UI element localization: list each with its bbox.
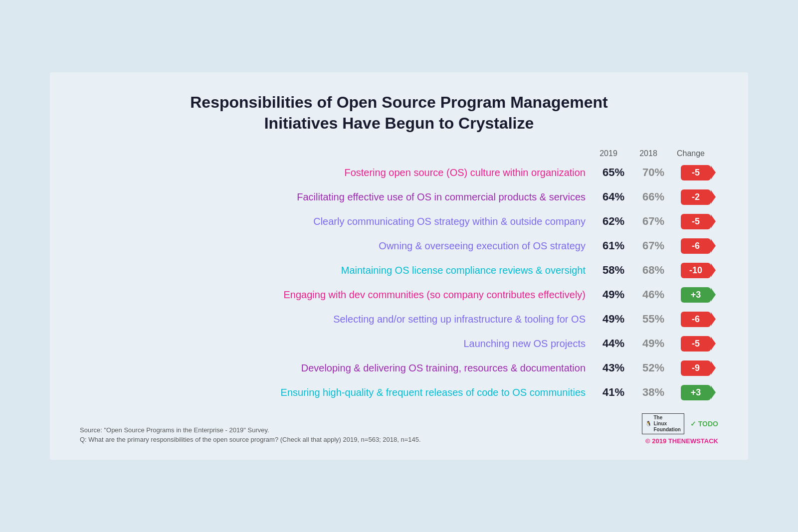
val-2018: 38% xyxy=(633,386,673,399)
val-2019: 61% xyxy=(594,239,633,252)
row-label: Maintaining OS license compliance review… xyxy=(80,264,594,277)
val-2018: 67% xyxy=(633,215,673,228)
change-badge: +3 xyxy=(673,385,718,400)
val-2019: 41% xyxy=(594,386,633,399)
change-badge: -5 xyxy=(673,336,718,352)
header-2018: 2018 xyxy=(628,149,668,158)
val-2019: 44% xyxy=(594,337,633,350)
val-2018: 55% xyxy=(633,313,673,326)
row-label: Facilitating effective use of OS in comm… xyxy=(80,190,594,203)
change-badge: -5 xyxy=(673,214,718,229)
val-2018: 49% xyxy=(633,337,673,350)
todo-logo: ✓ TODO xyxy=(690,420,718,428)
change-badge: -5 xyxy=(673,165,718,180)
row-label: Engaging with dev communities (so compan… xyxy=(80,288,594,301)
table-row: Developing & delivering OS training, res… xyxy=(80,357,718,379)
val-2018: 70% xyxy=(633,166,673,179)
table-row: Launching new OS projects 44% 49% -5 xyxy=(80,333,718,355)
change-badge: -6 xyxy=(673,312,718,327)
table-row: Engaging with dev communities (so compan… xyxy=(80,284,718,306)
table-row: Ensuring high-quality & frequent release… xyxy=(80,382,718,403)
source-text: Source: "Open Source Programs in the Ent… xyxy=(80,425,421,445)
logo-row: 🐧 TheLinuxFoundation ✓ TODO xyxy=(642,413,718,434)
row-label: Launching new OS projects xyxy=(80,337,594,350)
change-badge: +3 xyxy=(673,287,718,303)
val-2019: 43% xyxy=(594,361,633,374)
badge-value: -10 xyxy=(681,263,711,278)
change-badge: -10 xyxy=(673,263,718,278)
val-2018: 68% xyxy=(633,264,673,277)
val-2019: 62% xyxy=(594,215,633,228)
val-2018: 46% xyxy=(633,288,673,301)
badge-value: -9 xyxy=(681,360,711,376)
change-badge: -9 xyxy=(673,360,718,376)
badge-value: -5 xyxy=(681,214,711,229)
val-2019: 64% xyxy=(594,190,633,203)
data-rows: Fostering open source (OS) culture withi… xyxy=(80,162,718,403)
val-2018: 52% xyxy=(633,361,673,374)
table-row: Owning & overseeing execution of OS stra… xyxy=(80,235,718,257)
chart-title: Responsibilities of Open Source Program … xyxy=(80,92,718,134)
copyright: © 2019 THENEWSTACK xyxy=(645,437,718,445)
badge-value: +3 xyxy=(681,287,711,303)
row-label: Fostering open source (OS) culture withi… xyxy=(80,166,594,179)
val-2019: 49% xyxy=(594,288,633,301)
main-card: Responsibilities of Open Source Program … xyxy=(50,72,748,459)
val-2018: 67% xyxy=(633,239,673,252)
row-label: Clearly communicating OS strategy within… xyxy=(80,215,594,228)
row-label: Selecting and/or setting up infrastructu… xyxy=(80,313,594,326)
badge-value: -5 xyxy=(681,336,711,352)
change-badge: -2 xyxy=(673,189,718,205)
table-row: Facilitating effective use of OS in comm… xyxy=(80,186,718,208)
badge-value: -2 xyxy=(681,189,711,205)
val-2018: 66% xyxy=(633,190,673,203)
badge-value: +3 xyxy=(681,385,711,400)
row-label: Developing & delivering OS training, res… xyxy=(80,361,594,374)
footer: Source: "Open Source Programs in the Ent… xyxy=(80,413,718,445)
table-row: Maintaining OS license compliance review… xyxy=(80,260,718,281)
row-label: Owning & overseeing execution of OS stra… xyxy=(80,239,594,252)
logos: 🐧 TheLinuxFoundation ✓ TODO © 2019 THENE… xyxy=(642,413,718,445)
val-2019: 65% xyxy=(594,166,633,179)
val-2019: 49% xyxy=(594,313,633,326)
linux-foundation-logo: 🐧 TheLinuxFoundation xyxy=(642,413,684,434)
header-2019: 2019 xyxy=(589,149,628,158)
badge-value: -6 xyxy=(681,312,711,327)
badge-value: -5 xyxy=(681,165,711,180)
header-change: Change xyxy=(668,149,713,158)
table-row: Clearly communicating OS strategy within… xyxy=(80,211,718,232)
table-row: Selecting and/or setting up infrastructu… xyxy=(80,309,718,330)
change-badge: -6 xyxy=(673,238,718,254)
row-label: Ensuring high-quality & frequent release… xyxy=(80,386,594,399)
table-row: Fostering open source (OS) culture withi… xyxy=(80,162,718,183)
column-headers: 2019 2018 Change xyxy=(80,149,718,158)
val-2019: 58% xyxy=(594,264,633,277)
badge-value: -6 xyxy=(681,238,711,254)
